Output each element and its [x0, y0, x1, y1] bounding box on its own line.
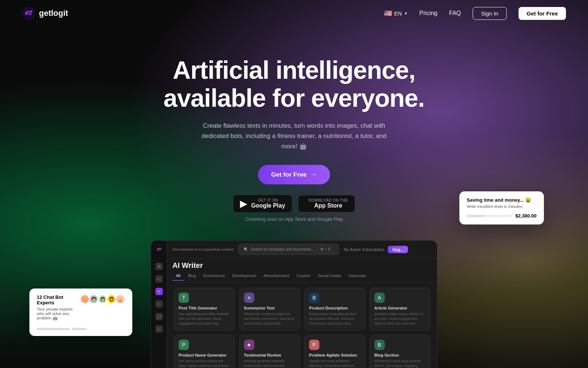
- dash-sidebar-image[interactable]: □: [155, 300, 163, 308]
- dash-tabs: All Blog Ecommerce Development Advertise…: [172, 272, 432, 281]
- dashboard-frame: ⊞ ▭ ≡ □ ◯ ▭ Text Generator & AI Copywrit…: [151, 240, 437, 368]
- float-chatbot-title: 12 Chat Bot Experts: [37, 294, 80, 305]
- chevron-down-icon: ▼: [404, 11, 408, 15]
- arrow-icon: →: [310, 171, 317, 178]
- svg-point-1: [25, 13, 26, 14]
- dash-header-left: Text Generator & AI Copywriting Assistan…: [172, 248, 234, 251]
- dash-tab-voiceover[interactable]: Voiceover: [345, 272, 370, 281]
- svg-point-2: [31, 10, 32, 12]
- app-store-top: Download on the: [309, 198, 348, 202]
- dash-tab-ecommerce[interactable]: Ecommerce: [200, 272, 229, 281]
- float-saving-subtitle: Write excellent texts in minutes: [467, 204, 537, 209]
- dash-card-post-title[interactable]: T Post Title Generator Get captivating p…: [174, 288, 235, 330]
- float-saving-bar: [467, 215, 512, 217]
- avatar-1: 😊: [80, 294, 90, 304]
- google-play-badge[interactable]: ▶ GET IT ON Google Play: [233, 195, 292, 213]
- dash-card-icon-testimonial: ★: [244, 340, 254, 350]
- dash-tab-all[interactable]: All: [172, 272, 184, 281]
- float-saving-bar-row: $2,380.00: [467, 213, 537, 219]
- dash-card-desc-problem: Identify and solve problems efficiently.…: [309, 359, 361, 368]
- lang-label: EN: [394, 10, 402, 17]
- dash-card-summarize[interactable]: ≡ Summarize Text Effortlessly condense l…: [239, 288, 300, 330]
- app-store-bottom: App Store: [309, 202, 348, 209]
- avatar-2: 🧑: [89, 294, 98, 304]
- chatbot-bar-2: [72, 328, 87, 330]
- dash-card-desc-testimonial: Instantly generate authentic testimonial…: [244, 359, 295, 368]
- google-play-icon: ▶: [240, 198, 247, 209]
- dash-tab-custom[interactable]: Custom: [293, 272, 314, 281]
- dash-card-product-desc[interactable]: B Product Description Easily create comp…: [304, 288, 365, 330]
- language-selector[interactable]: 🇺🇸 EN ▼: [384, 9, 408, 17]
- google-play-bottom: Google Play: [251, 202, 285, 209]
- dash-card-blog[interactable]: B Blog Section Effortlessly create blog …: [370, 335, 431, 368]
- float-saving-title: Saving time and money... 🤑: [467, 197, 537, 203]
- chatbot-avatars: 😊 🧑 👩 🧔 👱: [80, 294, 125, 304]
- getfree-hero-button[interactable]: Get for Free →: [258, 165, 330, 184]
- dash-sidebar-chat[interactable]: ◯: [155, 313, 163, 320]
- google-play-top: GET IT ON: [251, 198, 285, 202]
- dash-search-text: Search for templates and documents...: [251, 247, 314, 251]
- logo[interactable]: getlogit: [22, 7, 68, 20]
- dash-search-bar[interactable]: 🔍 Search for templates and documents... …: [238, 244, 340, 255]
- dash-card-problem[interactable]: P Problem Agilate Solution Identify and …: [304, 335, 365, 368]
- dash-sidebar-grid[interactable]: ⊞: [155, 263, 163, 270]
- dash-card-testimonial[interactable]: ★ Testimonial Review Instantly generate …: [239, 335, 300, 368]
- dash-card-title-product-name: Product Name Generator: [179, 353, 230, 357]
- dash-card-title-problem: Problem Agilate Solution: [309, 353, 361, 357]
- dash-card-icon-blog: B: [374, 340, 385, 350]
- dash-card-desc-product-name: Get catchy product names with ease. Attr…: [179, 359, 230, 368]
- logo-icon: [22, 7, 35, 20]
- dash-sidebar-list[interactable]: ≡: [155, 288, 163, 295]
- dash-header-right: No Active Subscription Upg...: [344, 246, 408, 253]
- dash-card-product-name[interactable]: P Product Name Generator Get catchy prod…: [174, 335, 235, 368]
- avatar-4: 🧔: [107, 294, 116, 304]
- dash-title-area: AI Writer All Blog Ecommerce Development…: [167, 258, 437, 283]
- dashboard-sidebar: ⊞ ▭ ≡ □ ◯ ▭: [151, 241, 167, 368]
- dash-card-title-article: Article Generator: [374, 306, 426, 310]
- dash-app-label: Text Generator & AI Copywriting Assistan…: [172, 248, 234, 251]
- flag-icon: 🇺🇸: [384, 9, 392, 17]
- float-saving-bar-fill: [467, 215, 485, 217]
- chatbot-progress-bars: [37, 328, 125, 330]
- dash-cards-grid: T Post Title Generator Get captivating p…: [167, 283, 437, 368]
- hero-title: Artificial intelligence, available for e…: [151, 56, 437, 112]
- dash-top-bar: Text Generator & AI Copywriting Assistan…: [167, 241, 437, 258]
- dash-tab-blog[interactable]: Blog: [184, 272, 200, 281]
- dash-card-icon-article: A: [374, 293, 385, 303]
- dash-page-title: AI Writer: [172, 261, 432, 270]
- dash-card-title-product-desc: Product Description: [309, 306, 361, 310]
- dash-card-icon-product-desc: B: [309, 293, 319, 303]
- dashboard-main: Text Generator & AI Copywriting Assistan…: [167, 241, 437, 368]
- dash-card-desc-blog: Effortlessly create blog sections with A…: [374, 359, 426, 368]
- dash-sidebar-doc[interactable]: ▭: [155, 325, 163, 333]
- dash-card-icon-problem: P: [309, 340, 319, 350]
- dash-card-icon-product-name: P: [179, 340, 189, 350]
- dash-card-article[interactable]: A Article Generator Instantly create uni…: [370, 288, 431, 330]
- float-chatbot-card: 12 Chat Bot Experts Your private experts…: [29, 289, 132, 336]
- dash-card-desc-product-desc: Easily create compelling product descrip…: [309, 312, 361, 326]
- dash-tab-social[interactable]: Social media: [314, 272, 345, 281]
- app-store-badge[interactable]: Download on the App Store: [298, 195, 355, 212]
- dash-tab-advertisement[interactable]: Advertisement: [260, 272, 293, 281]
- dash-upgrade-button[interactable]: Upg...: [388, 246, 408, 253]
- dash-card-icon-post-title: T: [179, 293, 189, 303]
- dash-tab-development[interactable]: Development: [229, 272, 260, 281]
- svg-point-0: [22, 7, 35, 20]
- dash-card-desc-article: Instantly create unique articles on any …: [374, 312, 426, 326]
- dash-subscription-status: No Active Subscription: [344, 247, 384, 252]
- dash-sidebar-calendar[interactable]: ▭: [155, 275, 163, 283]
- dash-card-icon-summarize: ≡: [244, 293, 254, 303]
- dash-shortcut-badge: ⌘ + K: [317, 246, 334, 253]
- dash-card-desc-summarize: Effortlessly condense large text into sh…: [244, 312, 295, 326]
- hero-subtitle: Create flawless texts in minutes, turn w…: [198, 121, 390, 152]
- logo-text: getlogit: [39, 8, 68, 18]
- getfree-nav-button[interactable]: Get for Free: [519, 7, 566, 20]
- faq-link[interactable]: FAQ: [449, 10, 461, 17]
- dash-card-title-summarize: Summarize Text: [244, 306, 295, 310]
- pricing-link[interactable]: Pricing: [419, 10, 437, 17]
- signin-button[interactable]: Sign In: [473, 7, 507, 20]
- nav-right: 🇺🇸 EN ▼ Pricing FAQ Sign In Get for Free: [384, 7, 566, 20]
- chatbot-bar-1: [37, 328, 70, 330]
- getfree-hero-label: Get for Free: [271, 171, 306, 178]
- navbar: getlogit 🇺🇸 EN ▼ Pricing FAQ Sign In Get…: [0, 0, 588, 26]
